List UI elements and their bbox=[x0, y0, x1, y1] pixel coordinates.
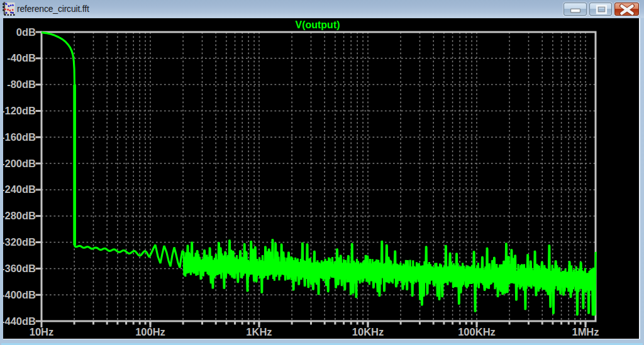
svg-text:0dB: 0dB bbox=[16, 26, 36, 38]
svg-text:-320dB: -320dB bbox=[3, 236, 36, 248]
svg-text:V(output): V(output) bbox=[295, 19, 340, 30]
svg-text:-240dB: -240dB bbox=[3, 183, 36, 195]
svg-text:-120dB: -120dB bbox=[3, 105, 36, 116]
svg-text:100Hz: 100Hz bbox=[135, 326, 165, 337]
svg-text:-160dB: -160dB bbox=[3, 131, 36, 143]
svg-text:-80dB: -80dB bbox=[7, 79, 36, 90]
svg-text:100KHz: 100KHz bbox=[458, 326, 496, 337]
svg-text:10Hz: 10Hz bbox=[30, 326, 54, 337]
svg-text:-280dB: -280dB bbox=[3, 210, 36, 221]
svg-text:-400dB: -400dB bbox=[3, 289, 36, 300]
svg-text:-440dB: -440dB bbox=[3, 315, 36, 327]
svg-text:1KHz: 1KHz bbox=[246, 326, 272, 337]
svg-text:-200dB: -200dB bbox=[3, 158, 36, 169]
svg-text:-360dB: -360dB bbox=[3, 263, 36, 274]
svg-text:1MHz: 1MHz bbox=[572, 326, 599, 337]
svg-text:-40dB: -40dB bbox=[7, 52, 36, 63]
svg-text:10KHz: 10KHz bbox=[352, 326, 384, 337]
